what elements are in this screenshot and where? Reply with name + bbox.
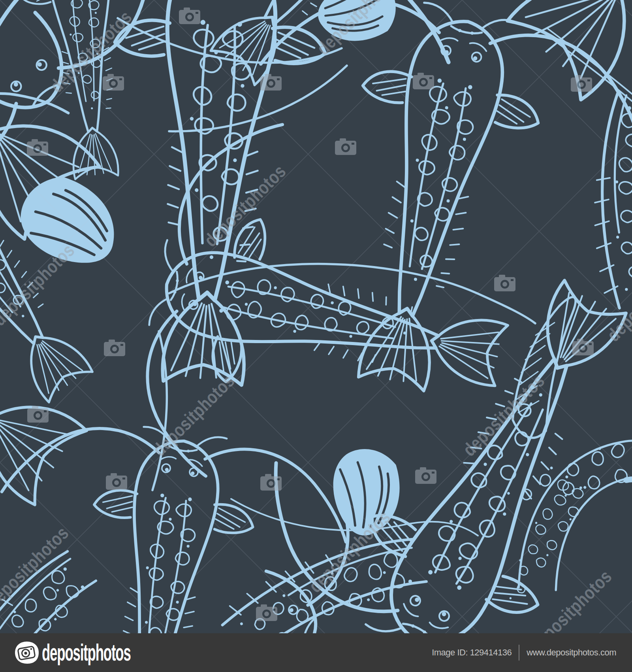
catfish-pattern-artwork — [0, 0, 632, 633]
footer-meta: Image ID: 129414136 www.depositphotos.co… — [432, 645, 616, 661]
stock-image-preview: depositphotos depositphotos depositphoto… — [0, 0, 632, 672]
image-id: Image ID: 129414136 — [432, 647, 512, 658]
camera-icon — [14, 641, 40, 664]
logo-text: depositphotos — [42, 641, 195, 664]
footer-divider — [519, 645, 519, 661]
website-url: www.depositphotos.com — [527, 647, 616, 658]
depositphotos-logo: depositphotos — [14, 641, 195, 664]
watermark-footer-bar: depositphotos Image ID: 129414136 www.de… — [0, 633, 632, 672]
